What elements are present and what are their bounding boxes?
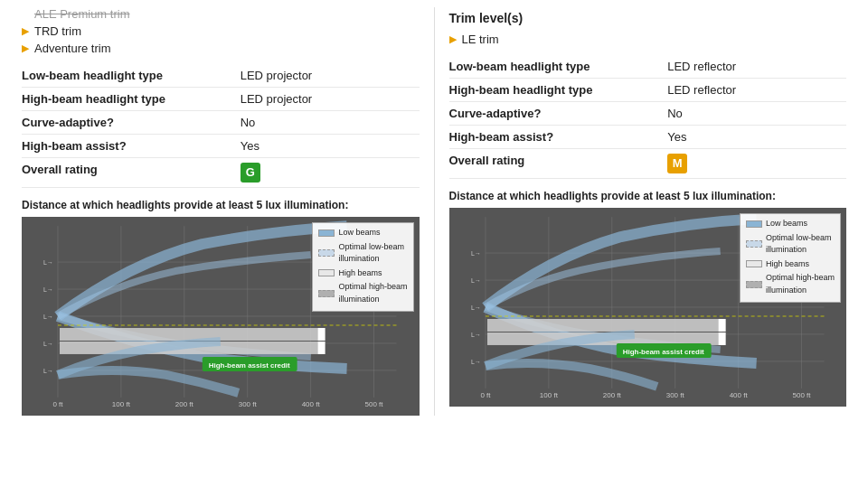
svg-rect-56 (718, 332, 725, 345)
spec-value-high-beam: LED projector (241, 92, 420, 106)
left-chart-title: Distance at which headlights provide at … (22, 199, 420, 211)
legend-label-high: High beams (338, 267, 382, 280)
svg-text:High-beam assist credit: High-beam assist credit (622, 348, 703, 356)
right-spec-value-curve: No (667, 107, 846, 120)
left-spec-table: Low-beam headlight type LED projector Hi… (22, 64, 420, 188)
legend-optimal-low: Optimal low-beamillumination (318, 241, 407, 266)
right-spec-label-hba: High-beam assist? (449, 130, 668, 144)
legend-label-opt-high: Optimal high-beamillumination (338, 281, 407, 305)
trim-arrow-adventure: ▶ (22, 42, 29, 54)
spec-row-hba: High-beam assist? Yes (22, 135, 420, 158)
trim-arrow-le: ▶ (449, 33, 457, 45)
svg-rect-53 (486, 319, 722, 332)
right-spec-value-rating: M (667, 154, 846, 173)
right-legend-label-opt-low: Optimal low-beamillumination (766, 232, 832, 257)
spec-row-rating: Overall rating G (22, 158, 420, 188)
svg-text:L→: L→ (471, 277, 481, 284)
svg-text:L→: L→ (43, 368, 53, 374)
svg-rect-26 (318, 342, 326, 354)
spec-label-rating: Overall rating (22, 163, 241, 183)
right-chart-legend: Low beams Optimal low-beamillumination H… (740, 213, 841, 303)
right-chart: 0 ft 100 ft 200 ft 300 ft 400 ft 500 ft … (449, 208, 847, 407)
trim-label-ale: ALE Premium trim (34, 7, 129, 21)
left-chart: 0 ft 100 ft 200 ft 300 ft 400 ft 500 ft … (22, 217, 420, 416)
svg-text:L→: L→ (471, 359, 481, 365)
spec-label-curve: Curve-adaptive? (22, 116, 241, 129)
right-spec-value-hba: Yes (667, 130, 846, 144)
right-legend-color-high (746, 260, 762, 267)
left-column: ▶ ALE Premium trim ▶ TRD trim ▶ Adventur… (14, 7, 427, 416)
trim-label-trd: TRD trim (34, 24, 81, 38)
right-spec-label-high-beam: High-beam headlight type (449, 83, 668, 97)
legend-color-opt-high (318, 290, 335, 297)
right-legend-color-opt-low (746, 240, 762, 248)
right-legend-optimal-low: Optimal low-beamillumination (746, 232, 835, 257)
left-chart-legend: Low beams Optimal low-beamillumination H… (312, 222, 413, 312)
legend-high-beams: High beams (318, 267, 407, 280)
right-spec-label-rating: Overall rating (449, 154, 668, 173)
svg-text:L→: L→ (471, 250, 481, 257)
svg-text:L→: L→ (43, 286, 53, 293)
svg-text:300 ft: 300 ft (665, 391, 684, 399)
rating-badge-left: G (241, 163, 260, 183)
svg-text:400 ft: 400 ft (729, 391, 748, 399)
trim-item-trd[interactable]: ▶ TRD trim (22, 24, 420, 38)
svg-rect-23 (60, 328, 322, 341)
right-legend-high-beams: High beams (746, 258, 835, 271)
legend-low-beams: Low beams (318, 227, 407, 239)
right-spec-row-curve: Curve-adaptive? No (449, 102, 847, 126)
spec-label-high-beam: High-beam headlight type (22, 92, 241, 106)
legend-label-opt-low: Optimal low-beamillumination (338, 241, 404, 266)
svg-text:200 ft: 200 ft (175, 400, 194, 408)
right-legend-label-high: High beams (766, 258, 809, 271)
spec-value-hba: Yes (241, 139, 420, 153)
legend-label-low: Low beams (338, 227, 380, 239)
right-legend-color-low (746, 220, 762, 228)
svg-rect-55 (718, 319, 725, 332)
legend-color-opt-low (318, 249, 335, 257)
trim-item-le[interactable]: ▶ LE trim (449, 33, 847, 46)
svg-text:300 ft: 300 ft (239, 400, 258, 408)
svg-text:L→: L→ (43, 259, 53, 266)
spec-value-low-beam: LED projector (241, 69, 420, 82)
svg-text:400 ft: 400 ft (302, 400, 321, 408)
right-spec-value-low-beam: LED reflector (667, 60, 846, 73)
spec-label-hba: High-beam assist? (22, 139, 241, 153)
trim-item-adventure[interactable]: ▶ Adventure trim (22, 42, 420, 55)
spec-value-curve: No (241, 116, 420, 129)
svg-text:L→: L→ (43, 341, 53, 347)
right-legend-color-opt-high (746, 281, 762, 288)
left-trim-list: ▶ ALE Premium trim ▶ TRD trim ▶ Adventur… (22, 7, 420, 55)
spec-row-curve: Curve-adaptive? No (22, 111, 420, 135)
legend-optimal-high: Optimal high-beamillumination (318, 281, 407, 305)
spec-row-high-beam: High-beam headlight type LED projector (22, 88, 420, 111)
svg-text:L→: L→ (471, 304, 481, 311)
svg-text:100 ft: 100 ft (539, 391, 558, 399)
right-legend-optimal-high: Optimal high-beamillumination (746, 272, 835, 296)
right-column: Trim level(s) ▶ LE trim Low-beam headlig… (442, 7, 854, 416)
svg-text:500 ft: 500 ft (365, 400, 384, 408)
svg-text:High-beam assist credit: High-beam assist credit (209, 361, 290, 370)
right-trim-list: ▶ LE trim (449, 33, 847, 46)
svg-text:L→: L→ (43, 314, 53, 320)
svg-text:L→: L→ (471, 332, 481, 338)
right-spec-label-low-beam: Low-beam headlight type (449, 60, 668, 73)
trim-label-adventure: Adventure trim (34, 42, 111, 55)
right-spec-row-high-beam: High-beam headlight type LED reflector (449, 79, 847, 102)
page-wrapper: ▶ ALE Premium trim ▶ TRD trim ▶ Adventur… (0, 0, 868, 423)
right-spec-row-rating: Overall rating M (449, 149, 847, 179)
trim-item-ale: ▶ ALE Premium trim (22, 7, 420, 21)
trim-label-le: LE trim (462, 33, 499, 46)
right-legend-low-beams: Low beams (746, 218, 835, 230)
spec-label-low-beam: Low-beam headlight type (22, 69, 241, 82)
legend-color-low (318, 229, 335, 237)
right-legend-label-opt-high: Optimal high-beamillumination (766, 272, 835, 296)
right-section-title: Trim level(s) (449, 11, 847, 25)
right-spec-table: Low-beam headlight type LED reflector Hi… (449, 55, 847, 179)
trim-arrow-trd: ▶ (22, 25, 29, 37)
svg-text:0 ft: 0 ft (480, 391, 491, 399)
right-spec-label-curve: Curve-adaptive? (449, 107, 668, 120)
svg-text:0 ft: 0 ft (52, 400, 63, 408)
right-spec-value-high-beam: LED reflector (667, 83, 846, 97)
right-chart-title: Distance at which headlights provide at … (449, 190, 847, 202)
